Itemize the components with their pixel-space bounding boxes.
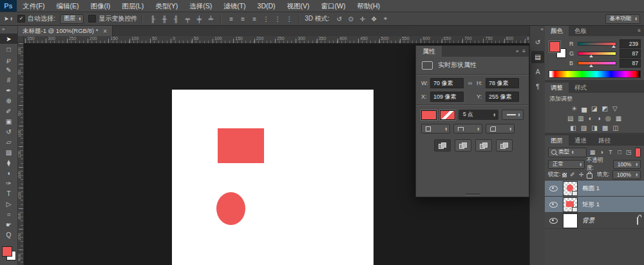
auto-select-target-dropdown[interactable]: 图层	[60, 14, 84, 24]
foreground-color-swatch[interactable]	[549, 41, 560, 52]
align-horizontal-centers-icon[interactable]: ╫	[159, 14, 169, 24]
color-swatch-pair[interactable]	[549, 41, 566, 58]
distribute-horizontal-centers-icon[interactable]: ⋮	[272, 14, 283, 24]
align-bottom-edges-icon[interactable]: ╧	[205, 14, 216, 24]
paragraph-panel-icon[interactable]: ¶	[531, 81, 544, 93]
black-white-icon[interactable]: ◐	[589, 115, 592, 122]
stroke-align-select[interactable]	[421, 124, 450, 133]
layer-row[interactable]: 背景	[545, 213, 644, 229]
collapse-toolbar-button[interactable]: »	[0, 26, 17, 34]
distribute-vertical-centers-icon[interactable]: ≡	[238, 14, 248, 24]
menu-item[interactable]: 滤镜(T)	[218, 0, 251, 12]
color-slider[interactable]	[578, 52, 616, 55]
3d-slide-icon[interactable]: ✥	[369, 14, 379, 24]
stroke-width-field[interactable]: 5 点	[459, 110, 498, 120]
history-brush-tool[interactable]: ↺	[0, 126, 17, 137]
menu-item[interactable]: 视图(V)	[281, 0, 316, 12]
document-tab[interactable]: 未标题-1 @ 100%(RGB/8) * ×	[17, 26, 113, 36]
panel-menu-icon[interactable]: ≡	[522, 48, 526, 54]
ellipse-tool[interactable]: ○	[0, 209, 17, 219]
fill-color-swatch[interactable]	[421, 110, 437, 120]
height-field[interactable]: 78 像素	[486, 78, 519, 88]
eraser-tool[interactable]: ▱	[0, 137, 17, 147]
adjustment-layer-filter-icon[interactable]: ◑	[598, 149, 605, 155]
foreground-color-swatch[interactable]	[2, 246, 12, 257]
layer-visibility-eye-icon[interactable]	[549, 186, 558, 191]
stroke-type-dropdown[interactable]	[502, 110, 524, 120]
menu-item[interactable]: 选择(S)	[184, 0, 218, 12]
y-field[interactable]: 255 像素	[486, 92, 519, 102]
rectangular-marquee-tool[interactable]: □	[0, 44, 17, 54]
quick-selection-tool[interactable]: ✎	[0, 64, 17, 75]
vertical-ruler[interactable]: 10050050100150200250300350400	[17, 43, 24, 265]
align-top-edges-icon[interactable]: ╤	[182, 14, 193, 24]
panel-tab[interactable]: 色板	[569, 26, 592, 36]
panel-tab[interactable]: 路径	[592, 135, 616, 146]
curves-icon[interactable]: ◪	[591, 106, 597, 112]
layer-filter-toggle[interactable]	[635, 148, 641, 157]
pixel-layer-filter-icon[interactable]: ▦	[589, 149, 596, 155]
intersect-shapes-button[interactable]	[475, 139, 492, 152]
pen-tool[interactable]: ✑	[0, 178, 17, 188]
collapse-panel-icon[interactable]: »	[516, 48, 518, 54]
show-transform-checkbox[interactable]: 显示变换控件	[88, 14, 137, 23]
menu-item[interactable]: 文件(F)	[17, 0, 50, 12]
layer-thumbnail[interactable]	[563, 181, 578, 196]
layer-visibility-eye-icon[interactable]	[549, 202, 558, 208]
shape-layer-filter-icon[interactable]: □	[616, 149, 623, 155]
invert-icon[interactable]: ◧	[570, 125, 576, 132]
gradient-tool[interactable]: ▨	[0, 147, 17, 157]
type-layer-filter-icon[interactable]: T	[607, 149, 614, 155]
exclude-shapes-button[interactable]	[496, 139, 513, 152]
menu-item[interactable]: 图层(L)	[116, 0, 149, 12]
channel-value-field[interactable]: 87	[620, 49, 641, 58]
lock-all-icon[interactable]	[587, 173, 592, 179]
stroke-color-swatch[interactable]	[440, 110, 455, 120]
levels-icon[interactable]: ▅	[582, 106, 587, 112]
blur-tool[interactable]: ⧫	[0, 157, 17, 168]
width-field[interactable]: 70 像素	[430, 78, 464, 88]
path-selection-tool[interactable]: ▷	[0, 199, 17, 209]
3d-rotate-icon[interactable]: ↺	[334, 14, 345, 24]
posterize-icon[interactable]: ▨	[581, 125, 587, 132]
link-dimensions-icon[interactable]: ∞	[464, 80, 477, 86]
crop-tool[interactable]: #	[0, 75, 17, 85]
layer-visibility-eye-icon[interactable]	[549, 218, 558, 224]
3d-roll-icon[interactable]: ⊙	[346, 14, 356, 24]
slider-marker-icon[interactable]	[612, 45, 616, 48]
spot-healing-brush-tool[interactable]: ⊕	[0, 95, 17, 106]
vibrance-icon[interactable]: ▽	[612, 106, 618, 112]
tab-properties[interactable]: 属性	[416, 46, 442, 57]
3d-scale-icon[interactable]: ⌖	[381, 14, 391, 24]
document-canvas[interactable]	[172, 90, 374, 265]
brightness-contrast-icon[interactable]: ☀	[571, 106, 577, 112]
panel-tab[interactable]: 调整	[545, 83, 569, 93]
channel-value-field[interactable]: 239	[620, 39, 641, 48]
move-tool[interactable]: ➤	[0, 34, 17, 44]
distribute-right-edges-icon[interactable]: ⋮	[284, 14, 294, 24]
eyedropper-tool[interactable]: ✒	[0, 85, 17, 95]
workspace-switcher[interactable]: 基本功能	[605, 14, 640, 24]
color-lookup-icon[interactable]: ▦	[616, 115, 621, 122]
history-panel-icon[interactable]: ↺	[531, 36, 544, 48]
layer-row[interactable]: 矩形 1	[545, 197, 644, 213]
lasso-tool[interactable]: ℘	[0, 54, 17, 64]
align-right-edges-icon[interactable]: ╢	[171, 14, 181, 24]
character-panel-icon[interactable]: A	[531, 66, 544, 78]
menu-item[interactable]: 图像(I)	[84, 0, 116, 12]
layer-name[interactable]: 矩形 1	[582, 201, 600, 209]
menu-item[interactable]: 编辑(E)	[50, 0, 84, 12]
panel-tab[interactable]: 图层	[545, 135, 569, 146]
blend-mode-dropdown[interactable]: 正常	[548, 160, 585, 169]
hand-tool[interactable]: ☛	[0, 219, 17, 230]
color-slider[interactable]	[578, 42, 616, 46]
selective-color-icon[interactable]: ▩	[602, 125, 608, 132]
x-field[interactable]: 109 像素	[430, 92, 464, 102]
type-tool[interactable]: T	[0, 188, 17, 199]
smart-object-filter-icon[interactable]: ◳	[625, 149, 632, 155]
fill-dropdown[interactable]: 100%	[612, 170, 641, 179]
hue-saturation-icon[interactable]: ▤	[567, 115, 573, 122]
distribute-bottom-edges-icon[interactable]: ≡	[249, 14, 260, 24]
distribute-left-edges-icon[interactable]: ⋮	[261, 14, 271, 24]
lock-image-pixels-icon[interactable]: ✐	[569, 172, 576, 178]
